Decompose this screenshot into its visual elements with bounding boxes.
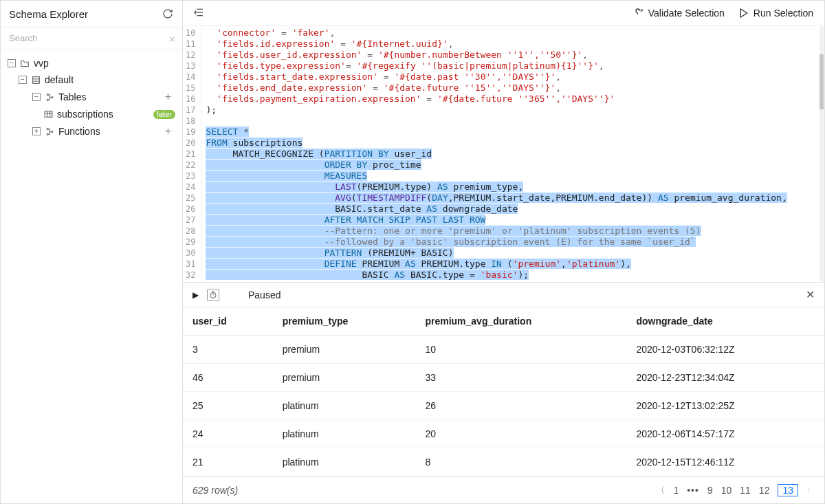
tables-group-icon bbox=[45, 93, 54, 102]
line-gutter: 1011121314151617181920212223242526272829… bbox=[183, 26, 201, 282]
database-label: default bbox=[45, 74, 175, 85]
sql-editor[interactable]: 1011121314151617181920212223242526272829… bbox=[183, 26, 824, 282]
page-link[interactable]: 11 bbox=[740, 485, 751, 496]
functions-node[interactable]: + Functions + bbox=[3, 122, 179, 140]
run-button[interactable]: Run Selection bbox=[737, 5, 815, 21]
column-header[interactable]: premium_avg_duration bbox=[415, 307, 626, 336]
prev-page[interactable]: 〈 bbox=[657, 485, 665, 496]
schema-tree: − vvp − default − Tables + subscriptions… bbox=[1, 50, 182, 146]
cell: 2020-12-15T12:46:11Z bbox=[626, 448, 824, 476]
table-row[interactable]: 25platinum262020-12-12T13:02:25Z bbox=[183, 392, 824, 420]
table-row[interactable]: 46premium332020-12-23T12:34:04Z bbox=[183, 364, 824, 392]
cell: 24 bbox=[183, 420, 273, 448]
next-page: 〉 bbox=[806, 485, 815, 496]
column-header[interactable]: premium_type bbox=[273, 307, 416, 336]
connector-badge: faker bbox=[153, 110, 175, 119]
cell: 20 bbox=[415, 420, 626, 448]
sidebar-header: Schema Explorer bbox=[1, 1, 182, 28]
page-link[interactable]: 1 bbox=[673, 485, 679, 496]
cell: 2020-12-06T14:57:17Z bbox=[626, 420, 824, 448]
collapse-icon[interactable]: − bbox=[32, 93, 41, 101]
results-footer: 629 row(s) 〈1•••910111213〉 bbox=[183, 476, 824, 503]
cell: 2020-12-23T12:34:04Z bbox=[626, 364, 824, 392]
run-label: Run Selection bbox=[754, 8, 813, 19]
cell: 21 bbox=[183, 448, 273, 476]
timer-icon[interactable] bbox=[207, 289, 219, 301]
resume-icon[interactable]: ▶ bbox=[192, 290, 199, 300]
clear-icon[interactable]: × bbox=[169, 32, 175, 44]
svg-rect-0 bbox=[32, 76, 39, 83]
catalog-label: vvp bbox=[34, 58, 175, 69]
cell: platinum bbox=[273, 420, 416, 448]
search-input[interactable] bbox=[1, 28, 182, 49]
database-icon bbox=[31, 76, 41, 85]
status-text: Paused bbox=[248, 289, 280, 300]
table-item[interactable]: subscriptions faker bbox=[3, 106, 179, 122]
catalog-node[interactable]: − vvp bbox=[3, 55, 179, 72]
page-link[interactable]: 9 bbox=[707, 485, 713, 496]
validate-label: Validate Selection bbox=[648, 8, 725, 19]
editor-scrollbar[interactable] bbox=[820, 27, 824, 281]
cell: 3 bbox=[183, 336, 273, 364]
pager-ellipsis: ••• bbox=[687, 485, 699, 496]
collapse-icon[interactable]: − bbox=[8, 59, 16, 67]
svg-point-3 bbox=[47, 94, 48, 95]
page-link[interactable]: 13 bbox=[778, 484, 798, 496]
svg-point-10 bbox=[47, 128, 48, 129]
cell: 25 bbox=[183, 392, 273, 420]
validate-button[interactable]: Validate Selection bbox=[632, 5, 726, 21]
table-row[interactable]: 21platinum82020-12-15T12:46:11Z bbox=[183, 448, 824, 476]
svg-point-4 bbox=[47, 99, 48, 100]
refresh-icon[interactable] bbox=[162, 8, 174, 20]
schema-explorer-panel: Schema Explorer × − vvp − default − bbox=[1, 1, 183, 503]
page-link[interactable]: 10 bbox=[721, 485, 732, 496]
table-row[interactable]: 24platinum202020-12-06T14:57:17Z bbox=[183, 420, 824, 448]
pager: 〈1•••910111213〉 bbox=[657, 484, 815, 496]
cell: 26 bbox=[415, 392, 626, 420]
results-panel: ▶ Paused ✕ user_idpremium_typepremium_av… bbox=[183, 282, 824, 503]
app-root: Schema Explorer × − vvp − default − bbox=[0, 0, 825, 504]
page-link[interactable]: 12 bbox=[759, 485, 770, 496]
tables-node[interactable]: − Tables + bbox=[3, 88, 179, 106]
add-table-icon[interactable]: + bbox=[161, 91, 175, 103]
editor-toolbar: Validate Selection Run Selection bbox=[183, 1, 824, 26]
collapse-icon[interactable]: − bbox=[19, 76, 27, 84]
cell: 2020-12-03T06:32:12Z bbox=[626, 336, 824, 364]
results-table: user_idpremium_typepremium_avg_durationd… bbox=[183, 307, 824, 476]
cell: 10 bbox=[415, 336, 626, 364]
tables-label: Tables bbox=[58, 91, 157, 102]
cell: 2020-12-12T13:02:25Z bbox=[626, 392, 824, 420]
scroll-thumb[interactable] bbox=[820, 54, 824, 109]
cell: 8 bbox=[415, 448, 626, 476]
header-row: user_idpremium_typepremium_avg_durationd… bbox=[183, 307, 824, 336]
expand-icon[interactable]: + bbox=[32, 127, 41, 135]
column-header[interactable]: user_id bbox=[183, 307, 273, 336]
svg-point-11 bbox=[47, 133, 48, 135]
cell: premium bbox=[273, 336, 416, 364]
main-panel: Validate Selection Run Selection 1011121… bbox=[183, 1, 824, 503]
sidebar-title: Schema Explorer bbox=[9, 8, 88, 20]
table-icon bbox=[43, 110, 53, 118]
functions-group-icon bbox=[45, 127, 54, 136]
cell: platinum bbox=[273, 448, 416, 476]
results-grid[interactable]: user_idpremium_typepremium_avg_durationd… bbox=[183, 307, 824, 476]
results-toolbar: ▶ Paused ✕ bbox=[183, 283, 824, 307]
cell: 33 bbox=[415, 364, 626, 392]
cell: 46 bbox=[183, 364, 273, 392]
add-function-icon[interactable]: + bbox=[161, 125, 175, 138]
outdent-icon[interactable] bbox=[192, 7, 205, 20]
row-count: 629 row(s) bbox=[192, 485, 238, 496]
database-node[interactable]: − default bbox=[3, 72, 179, 88]
cell: platinum bbox=[273, 392, 416, 420]
code-area[interactable]: 'connector' = 'faker', 'fields.id.expres… bbox=[201, 26, 791, 282]
search-row: × bbox=[1, 28, 182, 50]
svg-point-12 bbox=[51, 131, 52, 132]
column-header[interactable]: downgrade_date bbox=[626, 307, 824, 336]
close-icon[interactable]: ✕ bbox=[806, 288, 815, 301]
functions-label: Functions bbox=[58, 126, 157, 137]
svg-rect-6 bbox=[45, 111, 52, 118]
folder-icon bbox=[20, 59, 30, 67]
table-body: 3premium102020-12-03T06:32:12Z46premium3… bbox=[183, 336, 824, 476]
table-row[interactable]: 3premium102020-12-03T06:32:12Z bbox=[183, 336, 824, 364]
svg-point-5 bbox=[51, 96, 52, 98]
